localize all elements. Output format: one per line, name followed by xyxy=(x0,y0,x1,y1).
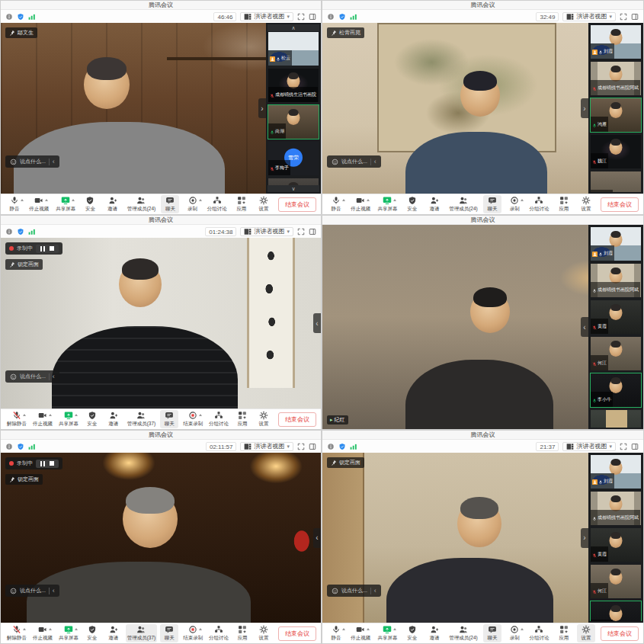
participant-thumbnail[interactable]: 成都锦绣书画院阿斌 xyxy=(590,61,642,96)
breakout-button[interactable]: 分组讨论 xyxy=(207,410,230,428)
options-caret-icon[interactable] xyxy=(199,628,202,630)
security-shield-icon[interactable] xyxy=(17,443,24,450)
emoji-icon[interactable] xyxy=(10,159,17,165)
participant-thumbnail[interactable]: 成都锦绣书画院阿斌 xyxy=(590,491,642,526)
end-meeting-button[interactable]: 结束会议 xyxy=(278,197,316,212)
chat-quick-input[interactable]: 说点什么... ‹ xyxy=(5,370,59,383)
shield-button[interactable]: 安全 xyxy=(81,195,99,213)
meeting-info-icon[interactable] xyxy=(5,443,13,450)
breakout-button[interactable]: 分组讨论 xyxy=(207,624,230,642)
mic-button[interactable]: 静音 xyxy=(327,624,345,642)
fullscreen-icon[interactable] xyxy=(620,13,627,21)
camera-button[interactable]: 停止视频 xyxy=(349,195,372,213)
participant-thumbnail[interactable]: 黄霞 xyxy=(590,300,642,335)
breakout-button[interactable]: 分组讨论 xyxy=(206,195,229,213)
end-meeting-button[interactable]: 结束会议 xyxy=(278,412,316,427)
options-caret-icon[interactable] xyxy=(72,199,75,201)
mic-button[interactable]: 静音 xyxy=(5,195,24,213)
participant-thumbnail[interactable]: 刘霞 xyxy=(590,24,642,59)
stop-recording-icon[interactable] xyxy=(50,246,54,251)
members-button[interactable]: 管理成员(24) xyxy=(447,195,479,213)
chat-quick-input[interactable]: 说点什么... ‹ xyxy=(327,155,381,168)
options-caret-icon[interactable] xyxy=(21,199,24,201)
gear-button[interactable]: 设置 xyxy=(577,624,595,642)
meeting-info-icon[interactable] xyxy=(5,228,13,235)
participant-thumbnail[interactable]: 鸿雁 xyxy=(590,98,642,133)
scroll-down-chevron[interactable]: ∨ xyxy=(268,185,319,192)
pause-recording-icon[interactable] xyxy=(40,461,45,466)
chat-quick-input[interactable]: 说点什么... ‹ xyxy=(5,155,59,168)
security-shield-icon[interactable] xyxy=(17,13,24,21)
view-mode-dropdown[interactable]: 演讲者视图 ▾ xyxy=(562,12,616,21)
options-caret-icon[interactable] xyxy=(521,199,524,201)
recording-controls[interactable] xyxy=(36,460,59,468)
apps-button[interactable]: 应用 xyxy=(555,195,573,213)
stop-recording-icon[interactable] xyxy=(50,461,54,466)
chat-button[interactable]: 聊天 xyxy=(483,624,501,642)
scroll-up-chevron[interactable]: ∧ xyxy=(268,24,319,31)
recording-controls[interactable] xyxy=(36,245,59,253)
collapse-chat-arrow[interactable]: ‹ xyxy=(53,373,55,380)
side-panel-toggle-icon[interactable] xyxy=(631,443,639,450)
meeting-info-icon[interactable] xyxy=(327,13,335,21)
options-caret-icon[interactable] xyxy=(49,628,52,630)
emoji-icon[interactable] xyxy=(10,588,17,594)
share-button[interactable]: 共享屏幕 xyxy=(376,195,399,213)
shield-button[interactable]: 安全 xyxy=(83,410,101,428)
pause-recording-icon[interactable] xyxy=(40,246,45,252)
participant-thumbnail[interactable]: 何江 xyxy=(590,564,642,599)
view-mode-dropdown[interactable]: 演讲者视图 ▾ xyxy=(562,442,616,451)
view-mode-dropdown[interactable]: 演讲者视图 ▾ xyxy=(240,227,293,236)
security-shield-icon[interactable] xyxy=(17,228,24,235)
options-caret-icon[interactable] xyxy=(367,628,370,630)
sidebar-toggle-arrow[interactable]: ‹ xyxy=(313,313,321,333)
shield-button[interactable]: 安全 xyxy=(403,195,421,213)
side-panel-toggle-icon[interactable] xyxy=(309,228,316,235)
shield-button[interactable]: 安全 xyxy=(83,624,101,642)
participant-thumbnail[interactable]: 成都锦绣书画院阿斌 xyxy=(590,263,642,298)
share-button[interactable]: 共享屏幕 xyxy=(57,410,80,428)
options-caret-icon[interactable] xyxy=(199,199,202,201)
chat-button[interactable]: 聊天 xyxy=(161,195,179,213)
options-caret-icon[interactable] xyxy=(393,628,396,630)
share-button[interactable]: 共享屏幕 xyxy=(57,624,80,642)
apps-button[interactable]: 应用 xyxy=(555,624,573,642)
record-button[interactable]: 录制 xyxy=(505,195,524,213)
mic-off-button[interactable]: 解除静音 xyxy=(5,410,28,428)
sidebar-toggle-arrow[interactable]: ‹ xyxy=(581,317,588,337)
options-caret-icon[interactable] xyxy=(23,414,26,416)
record-stop-button[interactable]: 结束录制 xyxy=(181,410,204,428)
gear-button[interactable]: 设置 xyxy=(255,624,273,642)
sidebar-toggle-arrow[interactable]: › xyxy=(581,528,588,548)
security-shield-icon[interactable] xyxy=(338,13,346,21)
options-caret-icon[interactable] xyxy=(75,414,78,416)
record-button[interactable]: 录制 xyxy=(184,195,202,213)
invite-button[interactable]: 邀请 xyxy=(425,195,444,213)
fullscreen-icon[interactable] xyxy=(297,13,305,21)
chat-button[interactable]: 聊天 xyxy=(483,195,501,213)
fullscreen-icon[interactable] xyxy=(620,443,627,450)
participant-thumbnail[interactable]: 刘霞 xyxy=(590,226,642,261)
chat-quick-input[interactable]: 说点什么... ‹ xyxy=(5,585,59,597)
members-button[interactable]: 管理成员(24) xyxy=(447,624,479,642)
participant-thumbnail[interactable]: 伯勤 xyxy=(590,409,642,428)
members-button[interactable]: 管理成员(24) xyxy=(126,195,158,213)
sidebar-toggle-arrow[interactable]: › xyxy=(581,98,588,118)
mic-button[interactable]: 静音 xyxy=(327,195,345,213)
end-meeting-button[interactable]: 结束会议 xyxy=(601,626,639,641)
participant-thumbnail[interactable]: 魏江 xyxy=(590,134,642,169)
chat-button[interactable]: 聊天 xyxy=(160,624,178,642)
options-caret-icon[interactable] xyxy=(521,628,524,630)
camera-button[interactable]: 停止视频 xyxy=(27,195,50,213)
options-caret-icon[interactable] xyxy=(342,199,345,201)
options-caret-icon[interactable] xyxy=(393,199,396,201)
options-caret-icon[interactable] xyxy=(199,414,202,416)
sidebar-toggle-arrow[interactable]: › xyxy=(258,98,266,118)
participant-thumbnail[interactable]: 尚湖 xyxy=(268,104,319,139)
share-button[interactable]: 共享屏幕 xyxy=(54,195,77,213)
invite-button[interactable]: 邀请 xyxy=(104,410,123,428)
mic-off-button[interactable]: 解除静音 xyxy=(5,624,28,642)
gear-button[interactable]: 设置 xyxy=(255,410,273,428)
side-panel-toggle-icon[interactable] xyxy=(309,443,316,450)
emoji-icon[interactable] xyxy=(332,159,338,165)
